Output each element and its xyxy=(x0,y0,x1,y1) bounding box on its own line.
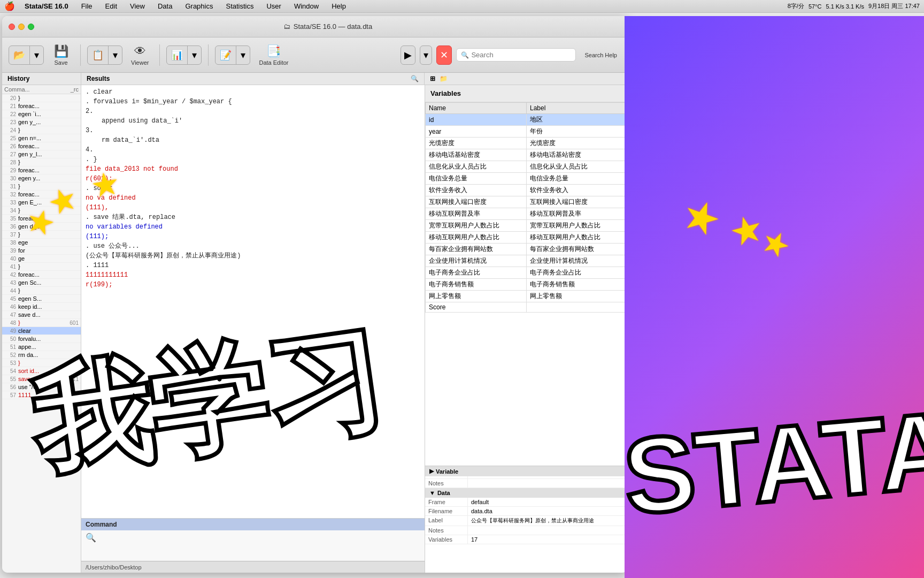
dataeditor-button[interactable]: 📑 Data Editor xyxy=(255,42,292,68)
history-item[interactable]: 38ege xyxy=(2,239,81,247)
search-input[interactable] xyxy=(471,51,571,59)
history-item[interactable]: 41} xyxy=(2,263,81,271)
table-row[interactable]: 互联网接入端口密度互联网接入端口密度 xyxy=(426,196,628,208)
history-item[interactable]: 50forvalu... xyxy=(2,335,81,343)
history-item[interactable]: 23gen y_... xyxy=(2,118,81,126)
table-row[interactable]: 移动互联网用户人数占比移动互联网用户人数占比 xyxy=(426,232,628,244)
table-row[interactable]: year年份 xyxy=(426,126,628,138)
history-item[interactable]: 35foreac... xyxy=(2,215,81,223)
table-row[interactable]: 移动互联网普及率移动互联网普及率 xyxy=(426,208,628,220)
history-item[interactable]: 26foreac... xyxy=(2,142,81,150)
history-item[interactable]: 55save...111 xyxy=(2,375,81,383)
history-item[interactable]: 27gen y_l... xyxy=(2,150,81,158)
menu-user[interactable]: User xyxy=(263,2,284,10)
history-item[interactable]: 37} xyxy=(2,231,81,239)
table-row[interactable]: 移动电话基站密度移动电话基站密度 xyxy=(426,149,628,161)
table-row[interactable]: 电信业务总量电信业务总量 xyxy=(426,173,628,185)
results-search-icon[interactable]: 🔍 xyxy=(411,75,419,82)
menu-window[interactable]: Window xyxy=(291,2,322,10)
minimize-button[interactable] xyxy=(18,24,25,30)
search-help-button[interactable]: Search Help xyxy=(580,50,621,60)
command-search-icon[interactable]: 🔍 xyxy=(86,533,96,543)
history-item[interactable]: 43gen Sc... xyxy=(2,279,81,287)
var-name: 光缆密度 xyxy=(426,138,527,149)
history-item[interactable]: 44} xyxy=(2,287,81,295)
data-section-header[interactable]: ▼ Data xyxy=(425,488,628,498)
table-row[interactable]: 企业使用计算机情况企业使用计算机情况 xyxy=(426,255,628,267)
history-item[interactable]: 29foreac... xyxy=(2,166,81,174)
history-item[interactable]: 30egen y... xyxy=(2,174,81,182)
history-num: 37 xyxy=(4,232,16,238)
app-name[interactable]: Stata/SE 16.0 xyxy=(21,2,72,10)
table-row[interactable]: 电子商务销售额电子商务销售额 xyxy=(426,279,628,291)
results-tab[interactable]: Results 🔍 xyxy=(81,73,425,85)
history-item[interactable]: 28} xyxy=(2,158,81,166)
history-item[interactable]: 53}601 xyxy=(2,359,81,367)
history-item[interactable]: 39for xyxy=(2,247,81,255)
go-dropdown[interactable]: ▾ xyxy=(420,45,432,65)
history-item[interactable]: 32foreac... xyxy=(2,191,81,199)
table-row[interactable]: 软件业务收入软件业务收入 xyxy=(426,185,628,196)
graph-button[interactable]: 📊 xyxy=(167,46,188,64)
menu-edit[interactable]: Edit xyxy=(102,2,120,10)
close-button[interactable] xyxy=(9,24,15,30)
log-dropdown[interactable]: ▾ xyxy=(109,46,122,64)
open-button[interactable]: 📂 xyxy=(9,46,30,64)
log-button[interactable]: 📋 xyxy=(88,46,109,64)
viewer-button[interactable]: 👁 Viewer xyxy=(127,42,153,68)
variable-section-header[interactable]: ▶ Variable xyxy=(425,466,628,476)
history-item[interactable]: 49clear xyxy=(2,327,81,335)
history-item[interactable]: 21foreac... xyxy=(2,102,81,110)
go-button[interactable]: ▶ xyxy=(401,45,415,65)
apple-menu[interactable]: 🍎 xyxy=(4,1,15,11)
history-item[interactable]: 20} xyxy=(2,94,81,102)
history-item[interactable]: 56use "/U... xyxy=(2,383,81,391)
history-item[interactable]: 24} xyxy=(2,126,81,134)
history-item[interactable]: 25gen n=... xyxy=(2,134,81,142)
menu-help[interactable]: Help xyxy=(328,2,349,10)
history-item[interactable]: 571111199 xyxy=(2,391,81,399)
history-rc: 199 xyxy=(63,392,79,398)
history-item[interactable]: 48}601 xyxy=(2,319,81,327)
table-row[interactable]: 网上零售额网上零售额 xyxy=(426,291,628,302)
table-row[interactable]: 每百家企业拥有网站数每百家企业拥有网站数 xyxy=(426,244,628,255)
history-tab[interactable]: History xyxy=(2,73,81,85)
history-cmd: ge xyxy=(16,255,63,262)
history-num: 31 xyxy=(4,184,16,189)
history-item[interactable]: 22egen `i... xyxy=(2,110,81,118)
table-row[interactable]: 光缆密度光缆密度 xyxy=(426,138,628,149)
history-item[interactable]: 42foreac... xyxy=(2,271,81,279)
history-item[interactable]: 40ge xyxy=(2,255,81,263)
history-item[interactable]: 52rm da... xyxy=(2,351,81,359)
dofile-button[interactable]: 📝 xyxy=(215,46,236,64)
history-item[interactable]: 45egen S... xyxy=(2,295,81,303)
menu-graphics[interactable]: Graphics xyxy=(182,2,216,10)
history-item[interactable]: 47save d... xyxy=(2,311,81,319)
menu-view[interactable]: View xyxy=(127,2,148,10)
command-input[interactable] xyxy=(98,534,420,542)
table-row[interactable]: 宽带互联网用户人数占比宽带互联网用户人数占比 xyxy=(426,220,628,232)
variables-tab[interactable]: ⊞ 📁 xyxy=(425,73,628,85)
dofile-dropdown[interactable]: ▾ xyxy=(236,46,250,64)
table-row[interactable]: 信息化从业人员占比信息化从业人员占比 xyxy=(426,161,628,173)
menu-data[interactable]: Data xyxy=(155,2,175,10)
history-item[interactable]: 31} xyxy=(2,182,81,191)
history-item[interactable]: 46keep id... xyxy=(2,303,81,311)
table-row[interactable]: id地区 xyxy=(426,114,628,126)
save-button[interactable]: 💾 Save xyxy=(48,42,74,68)
table-row[interactable]: Score xyxy=(426,302,628,313)
history-item[interactable]: 34} xyxy=(2,207,81,215)
history-item[interactable]: 33gen E_... xyxy=(2,199,81,207)
menu-statistics[interactable]: Statistics xyxy=(222,2,257,10)
history-item[interactable]: 51appe... xyxy=(2,343,81,351)
break-button[interactable]: ✕ xyxy=(436,45,452,65)
history-item[interactable]: 36gen d_... xyxy=(2,223,81,231)
history-item[interactable]: 54sort id...111 xyxy=(2,367,81,375)
open-dropdown[interactable]: ▾ xyxy=(30,46,43,64)
maximize-button[interactable] xyxy=(28,24,34,30)
graph-dropdown[interactable]: ▾ xyxy=(188,46,201,64)
table-row[interactable]: 电子商务企业占比电子商务企业占比 xyxy=(426,267,628,279)
menu-file[interactable]: File xyxy=(78,2,96,10)
history-num: 42 xyxy=(4,272,16,278)
variables-header: Variables xyxy=(425,85,628,102)
